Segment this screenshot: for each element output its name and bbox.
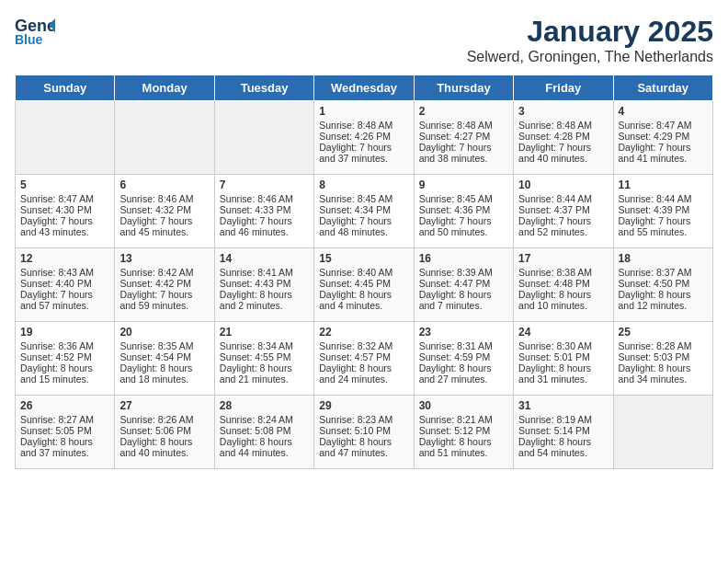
- day-number: 29: [319, 399, 408, 412]
- calendar-week-4: 19Sunrise: 8:36 AMSunset: 4:52 PMDayligh…: [16, 322, 713, 396]
- day-number: 1: [319, 105, 408, 118]
- day-number: 25: [619, 326, 708, 339]
- logo: General Blue: [15, 15, 55, 48]
- cell-text-line: Sunrise: 8:27 AM: [20, 414, 109, 425]
- calendar-cell: 22Sunrise: 8:32 AMSunset: 4:57 PMDayligh…: [314, 322, 414, 396]
- day-number: 16: [419, 252, 508, 265]
- day-number: 5: [20, 178, 109, 191]
- cell-text-line: Daylight: 8 hours and 31 minutes.: [518, 362, 608, 385]
- cell-text-line: Sunrise: 8:32 AM: [319, 340, 408, 351]
- cell-text-line: Sunrise: 8:38 AM: [518, 267, 608, 278]
- day-number: 27: [119, 399, 209, 412]
- cell-text-line: Daylight: 7 hours and 38 minutes.: [419, 142, 508, 164]
- cell-text-line: Daylight: 7 hours and 45 minutes.: [119, 215, 209, 237]
- calendar-cell: 7Sunrise: 8:46 AMSunset: 4:33 PMDaylight…: [214, 175, 313, 248]
- day-header-saturday: Saturday: [613, 75, 712, 101]
- calendar-cell: 20Sunrise: 8:35 AMSunset: 4:54 PMDayligh…: [115, 322, 214, 396]
- cell-text-line: Sunset: 4:48 PM: [518, 278, 608, 289]
- cell-text-line: Daylight: 8 hours and 24 minutes.: [319, 362, 408, 385]
- calendar-cell: 16Sunrise: 8:39 AMSunset: 4:47 PMDayligh…: [414, 248, 513, 322]
- cell-text-line: Sunset: 4:36 PM: [419, 204, 508, 215]
- cell-text-line: Sunset: 4:33 PM: [220, 204, 309, 215]
- cell-text-line: Sunrise: 8:34 AM: [220, 340, 309, 351]
- cell-text-line: Daylight: 7 hours and 40 minutes.: [518, 142, 608, 164]
- cell-text-line: Sunrise: 8:30 AM: [518, 340, 608, 351]
- title-area: January 2025 Selwerd, Groningen, The Net…: [467, 15, 713, 65]
- calendar-cell: 5Sunrise: 8:47 AMSunset: 4:30 PMDaylight…: [16, 175, 115, 248]
- calendar-cell: 13Sunrise: 8:42 AMSunset: 4:42 PMDayligh…: [115, 248, 214, 322]
- cell-text-line: Sunset: 4:55 PM: [220, 351, 309, 362]
- cell-text-line: Daylight: 7 hours and 43 minutes.: [20, 215, 109, 237]
- cell-text-line: Sunrise: 8:46 AM: [119, 193, 209, 204]
- cell-text-line: Sunrise: 8:21 AM: [419, 414, 508, 425]
- calendar-cell: 19Sunrise: 8:36 AMSunset: 4:52 PMDayligh…: [16, 322, 115, 396]
- calendar-cell: 1Sunrise: 8:48 AMSunset: 4:26 PMDaylight…: [314, 101, 414, 175]
- day-header-sunday: Sunday: [16, 75, 115, 101]
- cell-text-line: Daylight: 7 hours and 37 minutes.: [319, 142, 408, 164]
- day-number: 23: [419, 326, 508, 339]
- cell-text-line: Sunrise: 8:28 AM: [619, 340, 708, 351]
- day-number: 11: [619, 178, 708, 191]
- day-number: 17: [518, 252, 608, 265]
- day-number: 9: [419, 178, 508, 191]
- cell-text-line: Sunset: 4:32 PM: [119, 204, 209, 215]
- calendar-cell: 28Sunrise: 8:24 AMSunset: 5:08 PMDayligh…: [214, 396, 313, 469]
- calendar-table: SundayMondayTuesdayWednesdayThursdayFrid…: [15, 75, 713, 469]
- calendar-cell: 10Sunrise: 8:44 AMSunset: 4:37 PMDayligh…: [514, 175, 613, 248]
- cell-text-line: Sunset: 4:27 PM: [419, 131, 508, 142]
- calendar-cell: 18Sunrise: 8:37 AMSunset: 4:50 PMDayligh…: [613, 248, 712, 322]
- calendar-week-5: 26Sunrise: 8:27 AMSunset: 5:05 PMDayligh…: [16, 396, 713, 469]
- day-number: 19: [20, 326, 109, 339]
- cell-text-line: Sunrise: 8:37 AM: [619, 267, 708, 278]
- calendar-body: 1Sunrise: 8:48 AMSunset: 4:26 PMDaylight…: [16, 101, 713, 469]
- calendar-cell: [613, 396, 712, 469]
- cell-text-line: Sunset: 4:50 PM: [619, 278, 708, 289]
- cell-text-line: Daylight: 8 hours and 7 minutes.: [419, 289, 508, 311]
- day-number: 8: [319, 178, 408, 191]
- calendar-cell: 8Sunrise: 8:45 AMSunset: 4:34 PMDaylight…: [314, 175, 414, 248]
- calendar-cell: 11Sunrise: 8:44 AMSunset: 4:39 PMDayligh…: [613, 175, 712, 248]
- day-number: 15: [319, 252, 408, 265]
- calendar-cell: 17Sunrise: 8:38 AMSunset: 4:48 PMDayligh…: [514, 248, 613, 322]
- cell-text-line: Sunset: 4:45 PM: [319, 278, 408, 289]
- cell-text-line: Daylight: 8 hours and 21 minutes.: [220, 362, 309, 385]
- cell-text-line: Sunrise: 8:35 AM: [119, 340, 209, 351]
- cell-text-line: Daylight: 7 hours and 46 minutes.: [220, 215, 309, 237]
- calendar-week-3: 12Sunrise: 8:43 AMSunset: 4:40 PMDayligh…: [16, 248, 713, 322]
- calendar-cell: 12Sunrise: 8:43 AMSunset: 4:40 PMDayligh…: [16, 248, 115, 322]
- cell-text-line: Sunset: 4:59 PM: [419, 351, 508, 362]
- cell-text-line: Sunrise: 8:43 AM: [20, 267, 109, 278]
- day-header-wednesday: Wednesday: [314, 75, 414, 101]
- day-header-friday: Friday: [514, 75, 613, 101]
- month-title: January 2025: [467, 15, 713, 49]
- cell-text-line: Sunrise: 8:23 AM: [319, 414, 408, 425]
- cell-text-line: Daylight: 8 hours and 12 minutes.: [619, 289, 708, 311]
- cell-text-line: Sunrise: 8:45 AM: [419, 193, 508, 204]
- cell-text-line: Sunset: 5:03 PM: [619, 351, 708, 362]
- cell-text-line: Sunset: 4:28 PM: [518, 131, 608, 142]
- cell-text-line: Daylight: 8 hours and 34 minutes.: [619, 362, 708, 385]
- day-number: 31: [518, 399, 608, 412]
- cell-text-line: Daylight: 8 hours and 2 minutes.: [220, 289, 309, 311]
- cell-text-line: Daylight: 8 hours and 47 minutes.: [319, 436, 408, 458]
- cell-text-line: Sunset: 5:06 PM: [119, 425, 209, 436]
- cell-text-line: Sunrise: 8:47 AM: [619, 120, 708, 131]
- svg-text:Blue: Blue: [15, 32, 43, 47]
- cell-text-line: Daylight: 7 hours and 55 minutes.: [619, 215, 708, 237]
- cell-text-line: Sunset: 4:54 PM: [119, 351, 209, 362]
- cell-text-line: Sunrise: 8:46 AM: [220, 193, 309, 204]
- calendar-cell: 14Sunrise: 8:41 AMSunset: 4:43 PMDayligh…: [214, 248, 313, 322]
- calendar-cell: 2Sunrise: 8:48 AMSunset: 4:27 PMDaylight…: [414, 101, 513, 175]
- calendar-cell: 27Sunrise: 8:26 AMSunset: 5:06 PMDayligh…: [115, 396, 214, 469]
- day-header-monday: Monday: [115, 75, 214, 101]
- day-number: 22: [319, 326, 408, 339]
- cell-text-line: Sunrise: 8:48 AM: [518, 120, 608, 131]
- cell-text-line: Sunset: 5:12 PM: [419, 425, 508, 436]
- cell-text-line: Daylight: 8 hours and 40 minutes.: [119, 436, 209, 458]
- cell-text-line: Sunrise: 8:41 AM: [220, 267, 309, 278]
- cell-text-line: Sunset: 4:47 PM: [419, 278, 508, 289]
- day-number: 28: [220, 399, 309, 412]
- calendar-cell: 23Sunrise: 8:31 AMSunset: 4:59 PMDayligh…: [414, 322, 513, 396]
- calendar-cell: [16, 101, 115, 175]
- calendar-cell: 3Sunrise: 8:48 AMSunset: 4:28 PMDaylight…: [514, 101, 613, 175]
